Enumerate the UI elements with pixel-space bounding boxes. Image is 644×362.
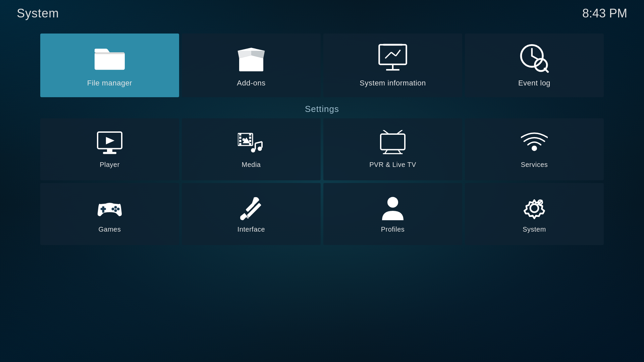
tile-games-label: Games — [99, 226, 121, 233]
settings-section: Settings Player — [40, 104, 604, 245]
tile-file-manager-label: File manager — [87, 79, 132, 87]
svg-point-50 — [387, 197, 398, 207]
clock: 8:43 PM — [582, 6, 627, 20]
svg-line-4 — [391, 52, 396, 56]
svg-rect-21 — [239, 140, 241, 142]
svg-point-43 — [114, 206, 117, 209]
svg-rect-26 — [249, 143, 251, 145]
box-icon — [236, 43, 266, 73]
svg-marker-15 — [106, 137, 115, 144]
tile-player-label: Player — [100, 161, 120, 169]
svg-line-13 — [545, 69, 548, 72]
tile-system-information[interactable]: System information — [323, 34, 462, 97]
tile-services[interactable]: Services — [465, 118, 604, 180]
page-title: System — [17, 6, 59, 20]
tile-file-manager[interactable]: File manager — [40, 34, 179, 97]
svg-rect-34 — [381, 134, 405, 149]
tile-interface[interactable]: Interface — [182, 183, 321, 245]
folder-icon — [95, 43, 125, 73]
svg-rect-20 — [239, 137, 241, 139]
tile-pvr-live-tv[interactable]: PVR & Live TV — [323, 118, 462, 180]
tile-system[interactable]: System — [465, 183, 604, 245]
system-icon — [521, 195, 548, 222]
svg-rect-1 — [95, 52, 125, 54]
tile-media[interactable]: Media — [182, 118, 321, 180]
tile-profiles-label: Profiles — [381, 226, 405, 233]
svg-rect-25 — [249, 140, 251, 142]
tile-event-log[interactable]: Event log — [465, 34, 604, 97]
svg-line-5 — [396, 50, 400, 56]
svg-rect-42 — [101, 208, 106, 210]
svg-rect-17 — [103, 152, 116, 154]
tile-event-log-label: Event log — [518, 79, 550, 87]
interface-icon — [238, 195, 265, 222]
media-icon — [238, 130, 265, 157]
games-icon — [96, 195, 123, 222]
tile-pvr-live-tv-label: PVR & Live TV — [369, 161, 416, 169]
tile-add-ons[interactable]: Add-ons — [182, 34, 321, 97]
tile-services-label: Services — [521, 161, 548, 169]
settings-title: Settings — [40, 104, 604, 114]
tile-profiles[interactable]: Profiles — [323, 183, 462, 245]
tile-media-label: Media — [242, 161, 261, 169]
main-content: File manager — [40, 34, 604, 342]
presentation-icon — [378, 43, 408, 73]
tile-system-label: System — [523, 226, 546, 233]
header: System 8:43 PM — [0, 0, 644, 27]
svg-line-30 — [255, 142, 262, 143]
svg-point-32 — [251, 148, 255, 153]
svg-rect-2 — [379, 45, 407, 65]
tile-system-information-label: System information — [360, 79, 426, 87]
tile-interface-label: Interface — [237, 226, 265, 233]
svg-rect-24 — [249, 137, 251, 139]
svg-rect-23 — [249, 133, 251, 135]
services-icon — [521, 130, 548, 157]
profiles-icon — [379, 195, 406, 222]
svg-point-44 — [117, 207, 120, 210]
svg-line-3 — [385, 52, 391, 58]
clock-search-icon — [519, 43, 549, 73]
svg-rect-22 — [239, 143, 241, 145]
svg-rect-0 — [95, 52, 125, 70]
svg-point-28 — [243, 138, 245, 141]
top-row: File manager — [40, 34, 604, 97]
tile-add-ons-label: Add-ons — [237, 79, 265, 87]
svg-rect-16 — [107, 149, 112, 152]
tile-games[interactable]: Games — [40, 183, 179, 245]
svg-point-33 — [258, 146, 262, 151]
svg-point-45 — [114, 209, 117, 212]
settings-row-1: Player — [40, 118, 604, 180]
tv-icon — [379, 130, 406, 157]
tile-player[interactable]: Player — [40, 118, 179, 180]
svg-point-46 — [112, 207, 114, 210]
settings-row-2: Games Interface — [40, 183, 604, 245]
svg-rect-19 — [239, 133, 241, 135]
svg-point-40 — [532, 145, 537, 151]
player-icon — [96, 130, 123, 157]
svg-line-11 — [532, 56, 537, 59]
